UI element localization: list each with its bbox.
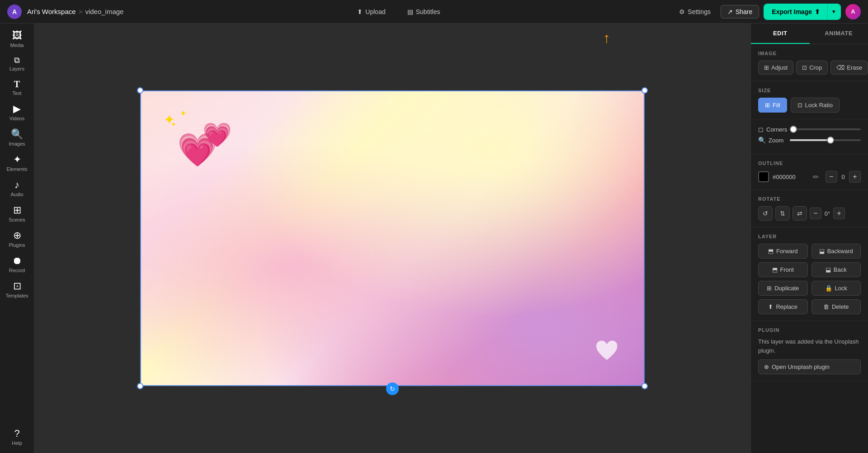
zoom-icon: 🔍 [758, 137, 766, 144]
back-icon: ⬓ [826, 266, 831, 273]
upload-icon: ⬆ [357, 8, 363, 15]
corners-slider-thumb[interactable] [790, 126, 797, 133]
front-icon: ⬒ [772, 266, 778, 273]
outline-pencil-button[interactable]: ✏ [809, 170, 822, 183]
handle-bottom-right[interactable] [642, 383, 648, 389]
backward-button[interactable]: ⬓ Backward [811, 244, 861, 259]
rotate-decrease-button[interactable]: − [810, 208, 821, 219]
forward-icon: ⬒ [768, 248, 774, 255]
rotate-ccw-button[interactable]: ↺ [758, 206, 773, 221]
plugin-section-label: PLUGIN [758, 327, 861, 333]
crop-button[interactable]: ⊡ Crop [796, 61, 828, 75]
open-unsplash-label: Open Unsplash plugin [772, 363, 830, 370]
file-name[interactable]: video_image [85, 8, 123, 15]
sidebar-item-elements[interactable]: ✦ Elements [2, 151, 33, 175]
corners-slider[interactable] [790, 128, 861, 130]
sidebar-item-label: Plugins [9, 242, 25, 248]
delete-button[interactable]: 🗑 Delete [811, 299, 861, 314]
videos-icon: ▶ [13, 104, 21, 114]
corners-label: ◻ Corners [758, 126, 785, 133]
outline-color-label: #000000 [773, 174, 806, 180]
outline-color-swatch[interactable] [758, 171, 769, 182]
fill-label: Fill [773, 102, 780, 109]
sidebar-item-plugins[interactable]: ⊕ Plugins [2, 227, 33, 251]
layer-section-label: LAYER [758, 234, 861, 239]
left-sidebar: 🖼 Media ⧉ Layers T Text ▶ Videos 🔍 Image… [0, 24, 34, 453]
flip-v-button[interactable]: ⇅ [775, 206, 790, 221]
share-button[interactable]: ↗ Share [721, 5, 759, 19]
replace-label: Replace [776, 303, 797, 310]
replace-icon: ⬆ [768, 303, 773, 310]
sidebar-item-label: Elements [7, 166, 28, 172]
settings-label: Settings [688, 8, 711, 15]
outline-decrease-button[interactable]: − [826, 171, 837, 183]
delete-label: Delete [832, 303, 849, 310]
sidebar-item-help[interactable]: ? Help [2, 425, 33, 449]
corners-icon: ◻ [758, 126, 764, 133]
lock-ratio-button[interactable]: ⊡ Lock Ratio [791, 98, 840, 113]
erase-button[interactable]: ⌫ Erase [830, 61, 868, 75]
sidebar-item-record[interactable]: ⏺ Record [2, 252, 33, 277]
rotate-controls: ↺ ⇅ ⇄ − 0° + [758, 206, 861, 221]
sidebar-item-media[interactable]: 🖼 Media [2, 27, 33, 52]
export-main-button[interactable]: Export Image ⬆ [764, 5, 827, 19]
front-label: Front [780, 266, 794, 273]
canvas-image[interactable]: ✦ ✦ ✦ 💗 💗 🤍 [140, 90, 645, 386]
upload-button[interactable]: ⬆ Upload [352, 5, 391, 18]
outline-number-control: − 0 + [826, 171, 861, 183]
workspace-name[interactable]: Ari's Workspace [27, 8, 76, 15]
erase-label: Erase [847, 64, 862, 71]
handle-top-right[interactable] [642, 87, 648, 94]
duplicate-button[interactable]: ⊞ Duplicate [758, 281, 808, 296]
adjust-button[interactable]: ⊞ Adjust [758, 61, 793, 75]
sidebar-item-scenes[interactable]: ⊞ Scenes [2, 202, 33, 226]
image-section-label: IMAGE [758, 51, 861, 56]
outline-increase-button[interactable]: + [849, 171, 861, 183]
main-layout: 🖼 Media ⧉ Layers T Text ▶ Videos 🔍 Image… [0, 24, 868, 453]
rotate-handle[interactable]: ↻ [386, 382, 399, 395]
elements-icon: ✦ [13, 155, 21, 165]
sidebar-item-templates[interactable]: ⊡ Templates [2, 278, 33, 302]
rotate-section-label: ROTATE [758, 196, 861, 202]
tab-edit[interactable]: EDIT [751, 24, 810, 44]
outline-row: #000000 ✏ − 0 + [758, 170, 861, 183]
delete-icon: 🗑 [823, 303, 829, 310]
sidebar-item-layers[interactable]: ⧉ Layers [2, 52, 33, 75]
open-unsplash-button[interactable]: ⊕ Open Unsplash plugin [758, 359, 861, 374]
replace-button[interactable]: ⬆ Replace [758, 299, 808, 314]
forward-button[interactable]: ⬒ Forward [758, 244, 808, 259]
settings-icon: ⚙ [679, 8, 685, 15]
zoom-text: Zoom [769, 137, 783, 144]
handle-bottom-left[interactable] [137, 383, 143, 389]
subtitles-button[interactable]: ▤ Subtitles [402, 5, 446, 18]
flip-h-button[interactable]: ⇄ [793, 206, 807, 221]
fill-button[interactable]: ⊞ Fill [758, 98, 787, 113]
sidebar-item-label: Videos [9, 116, 24, 121]
sidebar-item-label: Layers [9, 66, 24, 71]
sidebar-item-videos[interactable]: ▶ Videos [2, 100, 33, 125]
zoom-slider[interactable] [790, 139, 861, 141]
duplicate-icon: ⊞ [767, 285, 772, 292]
zoom-slider-thumb[interactable] [827, 137, 834, 144]
upload-label: Upload [365, 8, 385, 15]
rotate-increase-button[interactable]: + [833, 208, 845, 219]
back-button[interactable]: ⬓ Back [811, 262, 861, 277]
sidebar-item-text[interactable]: T Text [2, 76, 33, 99]
tab-animate[interactable]: ANIMATE [810, 24, 868, 44]
avatar[interactable]: A [845, 4, 861, 19]
orange-arrow-indicator: ↑ [603, 30, 610, 47]
front-button[interactable]: ⬒ Front [758, 262, 808, 277]
canvas-wrapper[interactable]: ✦ ✦ ✦ 💗 💗 🤍 ↻ [140, 90, 645, 386]
topbar-center: ⬆ Upload ▤ Subtitles [129, 5, 668, 18]
settings-button[interactable]: ⚙ Settings [674, 5, 716, 18]
sidebar-item-label: Help [12, 440, 22, 446]
lock-button[interactable]: 🔒 Lock [811, 281, 861, 296]
sidebar-item-audio[interactable]: ♪ Audio [2, 176, 33, 201]
sidebar-item-images[interactable]: 🔍 Images [2, 126, 33, 150]
export-dropdown-button[interactable]: ▾ [827, 5, 840, 19]
export-icon: ⬆ [815, 8, 820, 15]
handle-top-left[interactable] [137, 87, 143, 94]
forward-label: Forward [776, 248, 798, 255]
subtitles-label: Subtitles [416, 8, 440, 15]
adjust-label: Adjust [771, 64, 788, 71]
